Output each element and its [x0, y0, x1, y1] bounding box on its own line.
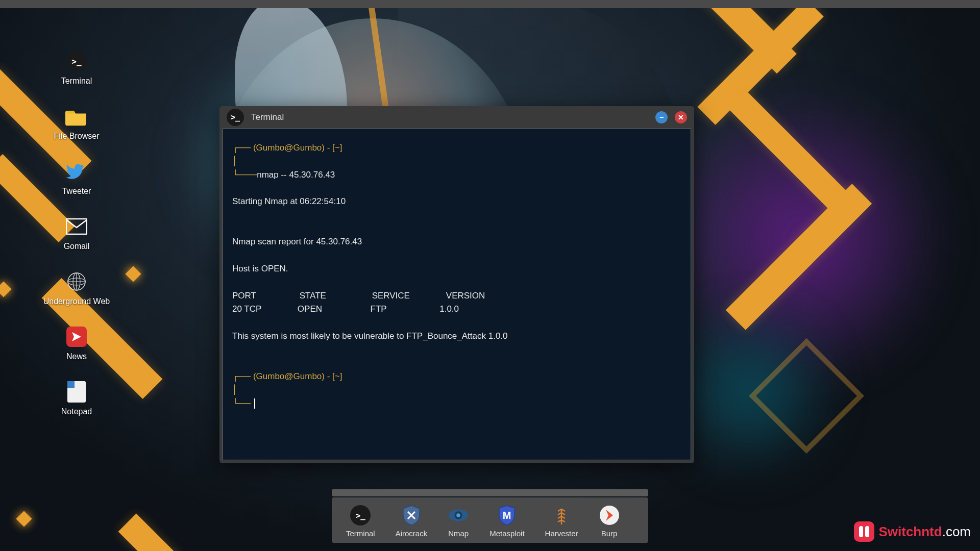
desktop-icon-label: Gomail [64, 242, 90, 251]
terminal-table-row: 20 TCP OPEN FTP 1.0.0 [232, 303, 681, 316]
dock-item-label: Nmap [448, 529, 469, 538]
prompt-brace: ┌── [232, 371, 251, 381]
prompt-user: (Gumbo@Gumbo) - [~] [253, 371, 342, 381]
terminal-icon: >_ [350, 505, 371, 525]
eye-icon [448, 505, 469, 526]
dock-item-burp[interactable]: Burp [599, 505, 620, 538]
desktop-icon-label: Underground Web [43, 297, 110, 306]
dock-item-label: Harvester [545, 529, 578, 538]
window-titlebar[interactable]: >_ Terminal − ✕ [219, 106, 694, 129]
desktop-icon-file-browser[interactable]: File Browser [41, 105, 112, 141]
dock-item-label: Burp [601, 529, 618, 538]
window-title: Terminal [251, 112, 648, 122]
desktop-icon-underground-web[interactable]: Underground Web [41, 270, 112, 306]
minimize-button[interactable]: − [655, 111, 668, 123]
top-menu-bar[interactable] [0, 0, 980, 8]
desktop-icons-column: >_ Terminal File Browser Tweeter Gomail … [41, 50, 112, 416]
watermark-tld: .com [942, 524, 971, 539]
dock-item-label: Terminal [346, 529, 375, 538]
prompt-side: │ [232, 385, 238, 394]
desktop-icon-tweeter[interactable]: Tweeter [41, 160, 112, 196]
dock-handle[interactable] [332, 489, 648, 496]
terminal-icon: >_ [227, 109, 244, 126]
desktop-icon-label: File Browser [54, 132, 100, 141]
prompt-brace: └── [232, 398, 251, 408]
notepad-icon [67, 381, 86, 403]
terminal-line: Starting Nmap at 06:22:54:10 [232, 195, 681, 208]
terminal-output[interactable]: ┌── (Gumbo@Gumbo) - [~] │ └───nmap -- 45… [223, 129, 691, 460]
desktop-icon-gomail[interactable]: Gomail [41, 215, 112, 251]
shield-icon [401, 505, 422, 526]
dock-item-airocrack[interactable]: Airocrack [396, 505, 428, 538]
metasploit-icon: M [496, 505, 518, 526]
terminal-line: This system is most likely to be vulnera… [232, 330, 681, 343]
desktop-icon-label: Notepad [61, 407, 92, 416]
prompt-brace: └─── [232, 170, 257, 180]
prompt-brace: ┌── [232, 143, 251, 153]
prompt-side: │ [232, 156, 238, 166]
watermark: Switchntd.com [854, 521, 971, 542]
terminal-window[interactable]: >_ Terminal − ✕ ┌── (Gumbo@Gumbo) - [~] … [219, 106, 694, 463]
watermark-brand: Switchntd [878, 524, 942, 539]
dock-item-metasploit[interactable]: M Metasploit [489, 505, 524, 538]
dock-item-terminal[interactable]: >_ Terminal [346, 505, 375, 538]
burp-icon [600, 506, 619, 525]
folder-icon [65, 105, 88, 128]
switch-logo-icon [854, 521, 874, 542]
desktop-icon-label: Tweeter [62, 187, 91, 196]
desktop-icon-label: Terminal [61, 77, 92, 86]
dock-item-label: Airocrack [396, 529, 428, 538]
envelope-icon [65, 215, 88, 238]
svg-point-8 [456, 513, 460, 517]
bird-icon [65, 160, 88, 183]
terminal-icon: >_ [67, 52, 86, 71]
dock: >_ Terminal Airocrack Nmap M Metasploit [332, 489, 648, 543]
terminal-table-header: PORT STATE SERVICE VERSION [232, 289, 681, 303]
close-button[interactable]: ✕ [675, 111, 687, 123]
desktop-icon-news[interactable]: News [41, 325, 112, 361]
dock-item-label: Metasploit [489, 529, 524, 538]
desktop-icon-terminal[interactable]: >_ Terminal [41, 50, 112, 86]
wheat-icon [551, 505, 572, 526]
terminal-line: Nmap scan report for 45.30.76.43 [232, 235, 681, 248]
desktop-icon-label: News [66, 352, 87, 361]
dock-item-harvester[interactable]: Harvester [545, 505, 578, 538]
desktop-icon-notepad[interactable]: Notepad [41, 381, 112, 416]
prompt-user: (Gumbo@Gumbo) - [~] [253, 143, 342, 153]
news-icon [66, 327, 87, 347]
terminal-command: nmap -- 45.30.76.43 [257, 170, 335, 180]
svg-rect-0 [66, 219, 87, 234]
dock-item-nmap[interactable]: Nmap [448, 505, 469, 538]
terminal-cursor [254, 398, 255, 409]
svg-text:M: M [503, 510, 511, 521]
terminal-line: Host is OPEN. [232, 262, 681, 276]
web-globe-icon [65, 270, 88, 293]
